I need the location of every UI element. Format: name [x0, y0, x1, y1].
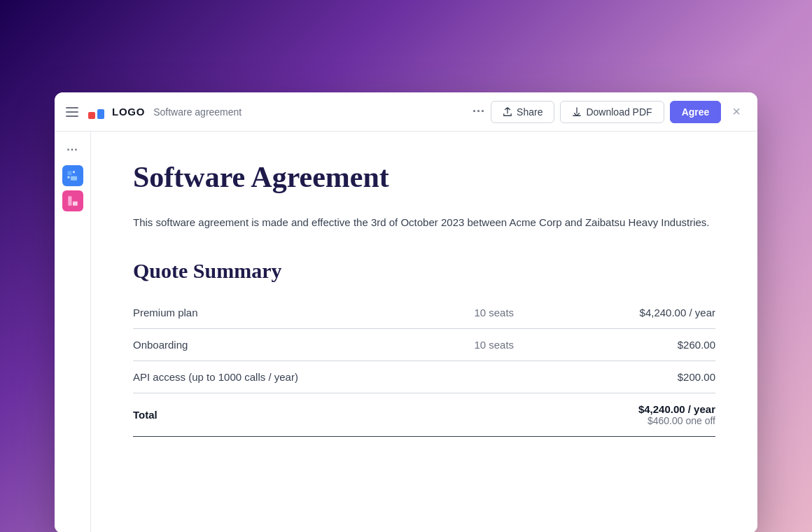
- logo-red-square: [88, 112, 95, 119]
- avatar-blue: [62, 165, 83, 186]
- topbar-left: LOGO Software agreement: [66, 105, 467, 119]
- row-seats: 10 seats: [474, 329, 556, 361]
- total-price-line1: $4,240.00 / year: [556, 403, 715, 415]
- avatar-pink: [62, 190, 83, 211]
- quote-table: Premium plan 10 seats $4,240.00 / year O…: [133, 297, 715, 437]
- total-seats: [474, 393, 556, 437]
- sidebar-strip: ···: [55, 132, 91, 532]
- logo-text: LOGO: [112, 106, 145, 118]
- row-name: Premium plan: [133, 297, 474, 329]
- row-seats: 10 seats: [474, 297, 556, 329]
- logo-blue-square: [97, 109, 104, 119]
- user-avatar-icon-blue: [66, 169, 79, 182]
- total-price: $4,240.00 / year $460.00 one off: [556, 393, 715, 437]
- logo-container: LOGO: [88, 105, 145, 119]
- avatar-group: [62, 165, 83, 211]
- logo-icon: [88, 105, 108, 119]
- svg-rect-0: [67, 171, 71, 175]
- total-row: Total $4,240.00 / year $460.00 one off: [133, 393, 715, 437]
- table-row: Onboarding 10 seats $260.00: [133, 329, 715, 361]
- doc-main-title: Software Agreement: [133, 160, 715, 195]
- svg-rect-5: [73, 196, 78, 200]
- doc-content: Software Agreement This software agreeme…: [91, 132, 757, 532]
- svg-rect-4: [68, 196, 71, 206]
- svg-rect-3: [71, 176, 77, 181]
- topbar: LOGO Software agreement ··· Share Downlo…: [55, 92, 757, 132]
- svg-rect-1: [73, 171, 75, 173]
- close-icon: ×: [732, 104, 741, 120]
- total-price-line2: $460.00 one off: [556, 415, 715, 426]
- row-name: Onboarding: [133, 329, 474, 361]
- topbar-right: Share Download PDF Agree ×: [491, 101, 746, 123]
- content-area: ···: [55, 132, 757, 532]
- close-button[interactable]: ×: [727, 101, 746, 122]
- total-label: Total: [133, 393, 474, 437]
- row-seats: [474, 361, 556, 393]
- row-name: API access (up to 1000 calls / year): [133, 361, 474, 393]
- hamburger-menu-icon[interactable]: [66, 105, 80, 119]
- agree-button[interactable]: Agree: [670, 101, 722, 123]
- modal-window: LOGO Software agreement ··· Share Downlo…: [55, 92, 757, 532]
- share-icon: [503, 107, 512, 117]
- topbar-more-icon[interactable]: ···: [467, 102, 491, 122]
- row-price: $200.00: [556, 361, 715, 393]
- user-avatar-icon-pink: [66, 195, 79, 207]
- table-row: Premium plan 10 seats $4,240.00 / year: [133, 297, 715, 329]
- row-price: $260.00: [556, 329, 715, 361]
- row-price: $4,240.00 / year: [556, 297, 715, 329]
- quote-section-title: Quote Summary: [133, 259, 715, 283]
- download-pdf-label: Download PDF: [586, 106, 652, 118]
- svg-rect-6: [73, 202, 78, 206]
- doc-intro: This software agreement is made and effe…: [133, 214, 715, 231]
- share-button[interactable]: Share: [491, 101, 554, 123]
- doc-title: Software agreement: [153, 106, 241, 118]
- topbar-center: ···: [467, 102, 491, 122]
- agree-label: Agree: [682, 106, 710, 118]
- share-label: Share: [517, 106, 542, 118]
- sidebar-more-icon[interactable]: ···: [63, 140, 83, 160]
- table-row: API access (up to 1000 calls / year) $20…: [133, 361, 715, 393]
- download-pdf-button[interactable]: Download PDF: [560, 101, 664, 123]
- download-icon: [572, 107, 582, 117]
- svg-rect-2: [67, 176, 69, 178]
